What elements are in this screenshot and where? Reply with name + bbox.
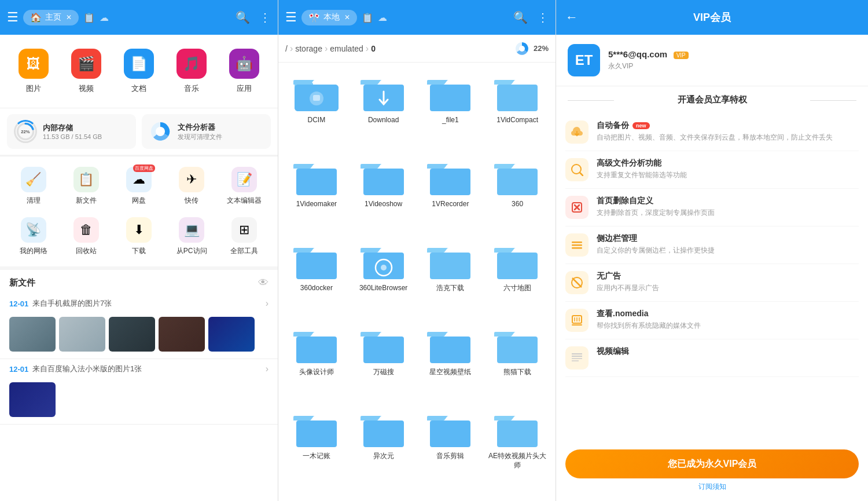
folder-360docker[interactable]: 360docker <box>283 235 350 319</box>
folder-vidcompact[interactable]: 1VidCompact <box>484 67 551 151</box>
storage-circle: 22% <box>14 120 37 143</box>
mid-local-tab[interactable]: 🎌 本地 ✕ <box>301 10 357 25</box>
tool-cloud-label: 网盘 <box>132 196 146 206</box>
left-search-icon[interactable]: 🔍 <box>236 10 250 24</box>
tool-transfer[interactable]: ✈ 快传 <box>165 161 218 211</box>
analyzer-card[interactable]: 文件分析器 发现可清理文件 <box>142 114 271 149</box>
folder-touxiang[interactable]: 头像设计师 <box>283 319 350 403</box>
category-music[interactable]: 🎵 音乐 <box>165 44 218 98</box>
analyzer-info: 文件分析器 发现可清理文件 <box>178 122 222 141</box>
left-home-tab[interactable]: 🏠 主页 ✕ <box>23 10 79 25</box>
vip-username: 5***6@qq.com <box>608 49 667 59</box>
folder-xiongmao[interactable]: 熊猫下载 <box>484 319 551 403</box>
folder-liucun[interactable]: 六寸地图 <box>484 235 551 319</box>
benefit-noad-text: 无广告 应用内不再显示广告 <box>597 271 859 293</box>
mid-more-icon[interactable]: ⋮ <box>537 10 549 24</box>
breadcrumb-sep-3: › <box>366 43 369 54</box>
mid-tab-close[interactable]: ✕ <box>344 13 350 21</box>
mid-tab-label: 本地 <box>323 12 340 23</box>
folder-360[interactable]: 360 <box>484 151 551 235</box>
folder-file1-label: _file1 <box>442 116 459 125</box>
tool-clean[interactable]: 🧹 清理 <box>7 161 60 211</box>
folder-wancisou[interactable]: 万磁搜 <box>350 319 417 403</box>
breadcrumb-emulated[interactable]: emulated <box>330 44 363 53</box>
category-docs[interactable]: 📄 文档 <box>112 44 165 98</box>
folder-videomaker[interactable]: 1Videomaker <box>283 151 350 235</box>
folder-download[interactable]: Download <box>350 67 417 151</box>
download-icon: ⬇ <box>126 217 152 243</box>
left-panel: ☰ 🏠 主页 ✕ 📋 ☁ 🔍 ⋮ 🖼 图片 🎬 视频 📄 文档 🎵 音乐 <box>0 0 278 501</box>
file-group-row-1[interactable]: 12-01 来自手机截屏的图片7张 › <box>0 294 278 313</box>
tool-clean-label: 清理 <box>27 196 41 206</box>
file-group-row-2[interactable]: 12-01 来自百度输入法小米版的图片1张 › <box>0 359 278 379</box>
folder-vrecorder[interactable]: 1VRecorder <box>417 151 484 235</box>
eye-icon[interactable]: 👁 <box>258 277 269 289</box>
folder-file1[interactable]: _file1 <box>417 67 484 151</box>
tool-trash[interactable]: 🗑 回收站 <box>60 211 112 262</box>
thumb-3 <box>109 317 155 352</box>
editor-icon: 📝 <box>231 167 257 192</box>
category-grid: 🖼 图片 🎬 视频 📄 文档 🎵 音乐 🤖 应用 <box>0 35 278 108</box>
mid-menu-icon[interactable]: ☰ <box>285 10 297 25</box>
folder-yiciyuan[interactable]: 异次元 <box>350 403 417 496</box>
left-tab-close[interactable]: ✕ <box>66 13 72 21</box>
breadcrumb-root[interactable]: / <box>285 44 288 53</box>
folder-xingkong[interactable]: 星空视频壁纸 <box>417 319 484 403</box>
folder-yimu[interactable]: 一木记账 <box>283 403 350 496</box>
folder-ae[interactable]: AE特效视频片头大师 <box>484 403 551 496</box>
benefit-nomedia-text: 查看.nomedia 帮你找到所有系统隐藏的媒体文件 <box>597 309 859 331</box>
tool-network[interactable]: 📡 我的网络 <box>7 211 60 262</box>
storage-info: 内部存储 11.53 GB / 51.54 GB <box>43 123 102 140</box>
tool-alltools[interactable]: ⊞ 全部工具 <box>218 211 271 262</box>
tool-newfile[interactable]: 📋 新文件 <box>60 161 112 211</box>
tool-pcaccess[interactable]: 💻 从PC访问 <box>165 211 218 262</box>
benefit-nomedia-name: 查看.nomedia <box>597 309 859 319</box>
folder-360-icon <box>494 158 540 198</box>
benefit-backup-desc: 自动把图片、视频、音频、文件夹保存到云盘，释放本地空间，防止文件丢失 <box>597 133 859 142</box>
folder-360litebrowser-icon <box>361 242 407 281</box>
mid-search-icon[interactable]: 🔍 <box>513 10 528 24</box>
folder-360docker-icon <box>293 242 340 281</box>
vip-cta-button[interactable]: 您已成为永久VIP会员 <box>565 449 859 478</box>
benefit-sidebar-text: 侧边栏管理 自定义你的专属侧边栏，让操作更快捷 <box>597 233 859 255</box>
tool-network-label: 我的网络 <box>20 246 47 256</box>
vip-back-button[interactable]: ← <box>565 10 578 25</box>
folder-videomaker-icon <box>293 158 340 198</box>
folder-videoshow[interactable]: 1Videoshow <box>350 151 417 235</box>
category-apps[interactable]: 🤖 应用 <box>218 44 271 98</box>
folder-touxiang-icon <box>293 326 340 365</box>
breadcrumb-current[interactable]: 0 <box>371 44 376 53</box>
left-menu-icon[interactable]: ☰ <box>7 10 19 25</box>
pcaccess-icon: 💻 <box>179 217 204 243</box>
vip-user-info: 5***6@qq.com VIP 永久VIP <box>608 49 856 71</box>
vip-cta-sub[interactable]: 订阅须知 <box>565 482 859 492</box>
pct-pie-icon <box>514 41 530 57</box>
category-video[interactable]: 🎬 视频 <box>60 44 112 98</box>
folder-videoshow-label: 1Videoshow <box>365 200 402 209</box>
breadcrumb-sep-1: › <box>290 43 293 54</box>
tool-download[interactable]: ⬇ 下载 <box>112 211 165 262</box>
new-files-section: 新文件 👁 12-01 来自手机截屏的图片7张 › 12-01 来自百度输入法小… <box>0 270 278 501</box>
folder-liucun-label: 六寸地图 <box>503 284 531 293</box>
internal-storage-card[interactable]: 22% 内部存储 11.53 GB / 51.54 GB <box>7 114 136 149</box>
svg-line-15 <box>580 173 583 175</box>
folder-dcim[interactable]: DCIM <box>283 67 350 151</box>
file-date-1: 12-01 <box>9 299 32 308</box>
tool-cloud[interactable]: ☁ 百度网盘 网盘 <box>112 161 165 211</box>
benefit-analysis-name: 高级文件分析功能 <box>597 158 859 169</box>
vip-profile: ET 5***6@qq.com VIP 永久VIP <box>556 35 868 86</box>
vip-benefits-title-bar: 开通会员立享特权 <box>556 86 868 114</box>
folder-haoke[interactable]: 浩克下载 <box>417 235 484 319</box>
folder-360litebrowser[interactable]: 360LiteBrowser <box>350 235 417 319</box>
left-more-icon[interactable]: ⋮ <box>259 10 271 24</box>
benefit-analysis-desc: 支持重复文件智能筛选等功能 <box>597 170 859 180</box>
apps-icon: 🤖 <box>229 49 259 79</box>
music-icon: 🎵 <box>176 49 207 79</box>
benefit-videoedit-icon <box>565 346 589 370</box>
breadcrumb-storage[interactable]: storage <box>295 44 322 53</box>
folder-yinyue[interactable]: 音乐剪辑 <box>417 403 484 496</box>
tool-alltools-label: 全部工具 <box>230 246 258 256</box>
folder-dcim-icon <box>293 74 340 114</box>
category-pictures[interactable]: 🖼 图片 <box>7 44 60 98</box>
tool-editor[interactable]: 📝 文本编辑器 <box>218 161 271 211</box>
